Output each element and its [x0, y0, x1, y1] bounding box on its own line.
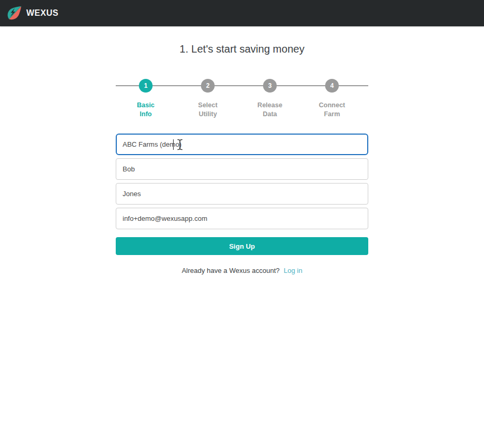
- log-in-link[interactable]: Log in: [284, 267, 302, 274]
- step-circle-basic-info: 1: [139, 79, 153, 93]
- text-caret: [173, 139, 174, 150]
- step-circle-connect-farm: 4: [325, 79, 339, 93]
- page-title: 1. Let's start saving money: [116, 43, 368, 55]
- login-row: Already have a Wexus account? Log in: [116, 267, 368, 274]
- ibeam-cursor-icon: [176, 139, 184, 152]
- step-label-basic-info: Basic Info: [117, 101, 175, 119]
- step-label-connect-farm: Connect Farm: [303, 101, 361, 119]
- email-field-wrap: [116, 208, 368, 229]
- step-label-line: Release: [257, 101, 282, 109]
- signup-form: Sign Up: [116, 134, 368, 255]
- farm-name-field-wrap: [116, 134, 368, 155]
- last-name-input[interactable]: [116, 183, 368, 205]
- brand-name: WEXUS: [26, 8, 58, 18]
- first-name-field-wrap: [116, 158, 368, 180]
- step-label-line: Info: [140, 110, 152, 118]
- wexus-logo-icon: [5, 4, 23, 22]
- sign-up-button[interactable]: Sign Up: [116, 237, 368, 255]
- app-header: WEXUS: [0, 0, 484, 26]
- step-label-line: Basic: [137, 101, 154, 109]
- step-label-line: Farm: [324, 110, 340, 118]
- step-label-line: Connect: [319, 101, 345, 109]
- signup-stepper: 1 2 3 4 Basic Info Select Utility Releas…: [116, 73, 368, 123]
- step-label-release-data: Release Data: [241, 101, 299, 119]
- login-question: Already have a Wexus account?: [182, 267, 279, 274]
- farm-name-input[interactable]: [116, 134, 368, 155]
- step-circle-select-utility: 2: [201, 79, 215, 93]
- first-name-input[interactable]: [116, 158, 368, 180]
- last-name-field-wrap: [116, 183, 368, 205]
- step-label-select-utility: Select Utility: [179, 101, 237, 119]
- signup-page: 1. Let's start saving money 1 2 3 4 Basi…: [116, 26, 368, 274]
- step-circle-release-data: 3: [263, 79, 277, 93]
- step-label-line: Select: [198, 101, 218, 109]
- step-label-line: Utility: [199, 110, 217, 118]
- step-label-line: Data: [263, 110, 277, 118]
- email-input[interactable]: [116, 208, 368, 229]
